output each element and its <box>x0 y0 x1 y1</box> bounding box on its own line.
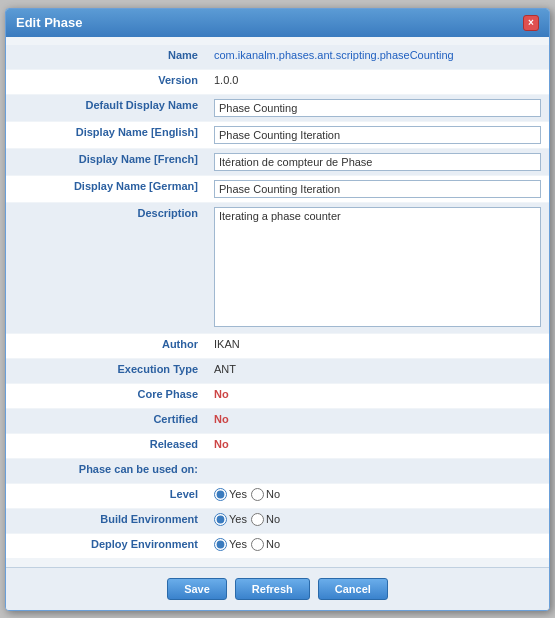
level-row: Level Yes No <box>6 484 549 508</box>
core-phase-row: Core Phase No <box>6 384 549 408</box>
deploy-env-yes-text: Yes <box>229 538 247 550</box>
build-environment-label: Build Environment <box>6 509 206 529</box>
build-env-no-text: No <box>266 513 280 525</box>
level-yes-text: Yes <box>229 488 247 500</box>
refresh-button[interactable]: Refresh <box>235 578 310 600</box>
build-env-yes-text: Yes <box>229 513 247 525</box>
deploy-environment-row: Deploy Environment Yes No <box>6 534 549 558</box>
deploy-env-yes-label[interactable]: Yes <box>214 538 247 551</box>
core-phase-label: Core Phase <box>6 384 206 404</box>
level-yes-label[interactable]: Yes <box>214 488 247 501</box>
close-button[interactable]: × <box>523 15 539 31</box>
phase-can-be-used-value <box>206 459 549 467</box>
build-env-yes-label[interactable]: Yes <box>214 513 247 526</box>
button-bar: Save Refresh Cancel <box>6 567 549 610</box>
build-env-no-label[interactable]: No <box>251 513 280 526</box>
certified-value: No <box>206 409 549 429</box>
author-row: Author IKAN <box>6 334 549 358</box>
display-name-german-row: Display Name [German] <box>6 176 549 202</box>
author-value: IKAN <box>206 334 549 354</box>
level-yes-radio[interactable] <box>214 488 227 501</box>
build-env-no-radio[interactable] <box>251 513 264 526</box>
description-textarea[interactable]: Iterating a phase counter <box>214 207 541 327</box>
core-phase-value: No <box>206 384 549 404</box>
execution-type-value: ANT <box>206 359 549 379</box>
default-display-name-label: Default Display Name <box>6 95 206 115</box>
author-label: Author <box>6 334 206 354</box>
level-label: Level <box>6 484 206 504</box>
deploy-environment-radio-group: Yes No <box>206 534 549 555</box>
version-label: Version <box>6 70 206 90</box>
display-name-english-label: Display Name [English] <box>6 122 206 142</box>
description-label: Description <box>6 203 206 223</box>
display-name-german-input-cell <box>206 176 549 202</box>
name-row: Name com.ikanalm.phases.ant.scripting.ph… <box>6 45 549 69</box>
save-button[interactable]: Save <box>167 578 227 600</box>
title-bar: Edit Phase × <box>6 9 549 37</box>
released-value: No <box>206 434 549 454</box>
display-name-french-input-cell <box>206 149 549 175</box>
deploy-env-no-label[interactable]: No <box>251 538 280 551</box>
description-input-cell: Iterating a phase counter <box>206 203 549 333</box>
version-value: 1.0.0 <box>206 70 549 90</box>
execution-type-row: Execution Type ANT <box>6 359 549 383</box>
deploy-env-no-radio[interactable] <box>251 538 264 551</box>
build-environment-row: Build Environment Yes No <box>6 509 549 533</box>
default-display-name-row: Default Display Name <box>6 95 549 121</box>
default-display-name-input[interactable] <box>214 99 541 117</box>
released-label: Released <box>6 434 206 454</box>
cancel-button[interactable]: Cancel <box>318 578 388 600</box>
deploy-env-yes-radio[interactable] <box>214 538 227 551</box>
dialog-title: Edit Phase <box>16 15 82 30</box>
execution-type-label: Execution Type <box>6 359 206 379</box>
phase-can-be-used-row: Phase can be used on: <box>6 459 549 483</box>
deploy-environment-label: Deploy Environment <box>6 534 206 554</box>
display-name-english-input-cell <box>206 122 549 148</box>
display-name-french-row: Display Name [French] <box>6 149 549 175</box>
display-name-french-input[interactable] <box>214 153 541 171</box>
edit-phase-dialog: Edit Phase × Name com.ikanalm.phases.ant… <box>5 8 550 611</box>
build-env-yes-radio[interactable] <box>214 513 227 526</box>
display-name-english-input[interactable] <box>214 126 541 144</box>
level-no-radio[interactable] <box>251 488 264 501</box>
display-name-english-row: Display Name [English] <box>6 122 549 148</box>
level-no-text: No <box>266 488 280 500</box>
name-value: com.ikanalm.phases.ant.scripting.phaseCo… <box>206 45 549 65</box>
display-name-french-label: Display Name [French] <box>6 149 206 169</box>
form-body: Name com.ikanalm.phases.ant.scripting.ph… <box>6 37 549 567</box>
display-name-german-label: Display Name [German] <box>6 176 206 196</box>
name-label: Name <box>6 45 206 65</box>
build-environment-radio-group: Yes No <box>206 509 549 530</box>
deploy-env-no-text: No <box>266 538 280 550</box>
certified-label: Certified <box>6 409 206 429</box>
phase-can-be-used-label: Phase can be used on: <box>6 459 206 479</box>
default-display-name-input-cell <box>206 95 549 121</box>
released-row: Released No <box>6 434 549 458</box>
version-row: Version 1.0.0 <box>6 70 549 94</box>
description-row: Description Iterating a phase counter <box>6 203 549 333</box>
level-radio-group: Yes No <box>206 484 549 505</box>
display-name-german-input[interactable] <box>214 180 541 198</box>
level-no-label[interactable]: No <box>251 488 280 501</box>
certified-row: Certified No <box>6 409 549 433</box>
